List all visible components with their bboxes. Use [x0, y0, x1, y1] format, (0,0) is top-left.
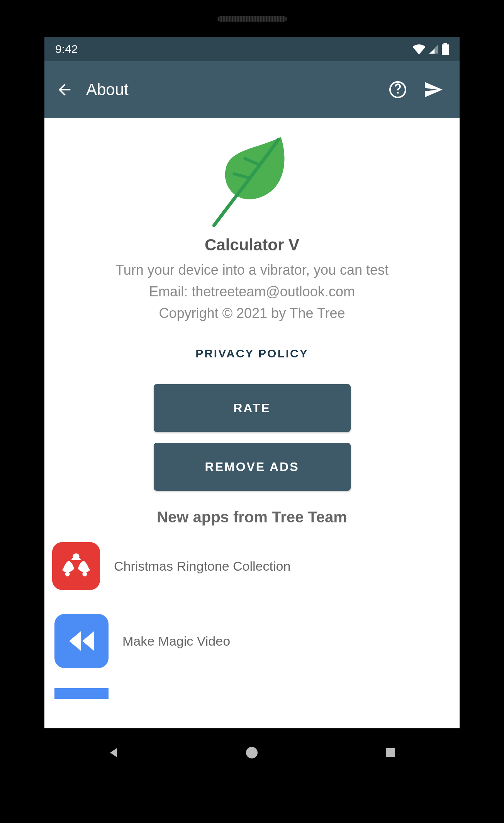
app-list: Christmas Ringtone Collection Make Magic… — [44, 537, 460, 699]
back-arrow-icon — [56, 81, 73, 99]
app-logo — [44, 130, 460, 230]
app-icon-partial — [54, 688, 109, 699]
speaker-grill — [217, 16, 287, 22]
device-frame: 9:42 About — [0, 0, 504, 823]
status-bar: 9:42 — [44, 37, 460, 61]
app-item-label: Make Magic Video — [122, 634, 230, 649]
app-description: Turn your device into a vibrator, you ca… — [44, 262, 460, 278]
about-content: Calculator V Turn your device into a vib… — [44, 118, 460, 699]
help-button[interactable] — [382, 73, 414, 106]
svg-point-5 — [246, 747, 258, 758]
bells-icon — [52, 542, 100, 590]
new-apps-title: New apps from Tree Team — [44, 508, 460, 526]
email-line: Email: thetreeteam@outlook.com — [44, 284, 460, 300]
battery-icon — [442, 43, 449, 55]
nav-recent-button[interactable] — [382, 744, 399, 762]
remove-ads-button[interactable]: REMOVE ADS — [154, 443, 351, 491]
leaf-icon — [204, 130, 300, 230]
svg-rect-0 — [442, 44, 449, 55]
wifi-icon — [412, 44, 426, 54]
rewind-icon — [54, 614, 109, 668]
page-title: About — [86, 80, 378, 99]
screen: 9:42 About — [44, 37, 460, 728]
svg-rect-6 — [386, 748, 395, 757]
svg-point-4 — [82, 572, 87, 576]
help-circle-icon — [389, 80, 407, 99]
send-button[interactable] — [417, 73, 450, 106]
svg-rect-1 — [444, 43, 447, 45]
privacy-policy-link[interactable]: PRIVACY POLICY — [44, 347, 460, 360]
back-button[interactable] — [48, 73, 81, 106]
nav-back-icon — [107, 746, 120, 760]
app-name: Calculator V — [44, 236, 460, 254]
list-item[interactable]: Christmas Ringtone Collection — [44, 537, 460, 595]
signal-icon — [428, 44, 440, 54]
navigation-bar — [44, 734, 460, 771]
svg-point-3 — [65, 572, 70, 576]
button-stack: RATE REMOVE ADS — [44, 384, 460, 491]
app-bar: About — [44, 61, 460, 118]
nav-back-button[interactable] — [105, 744, 122, 762]
app-item-label: Christmas Ringtone Collection — [114, 559, 290, 574]
copyright-line: Copyright © 2021 by The Tree — [44, 305, 460, 321]
status-icons — [412, 43, 449, 55]
nav-recent-icon — [384, 746, 397, 759]
send-icon — [423, 80, 443, 100]
rate-button[interactable]: RATE — [154, 384, 351, 432]
status-time: 9:42 — [55, 43, 78, 56]
nav-home-button[interactable] — [243, 744, 261, 762]
list-item-partial[interactable] — [47, 688, 460, 699]
nav-home-icon — [245, 746, 259, 760]
list-item[interactable]: Make Magic Video — [47, 609, 460, 673]
